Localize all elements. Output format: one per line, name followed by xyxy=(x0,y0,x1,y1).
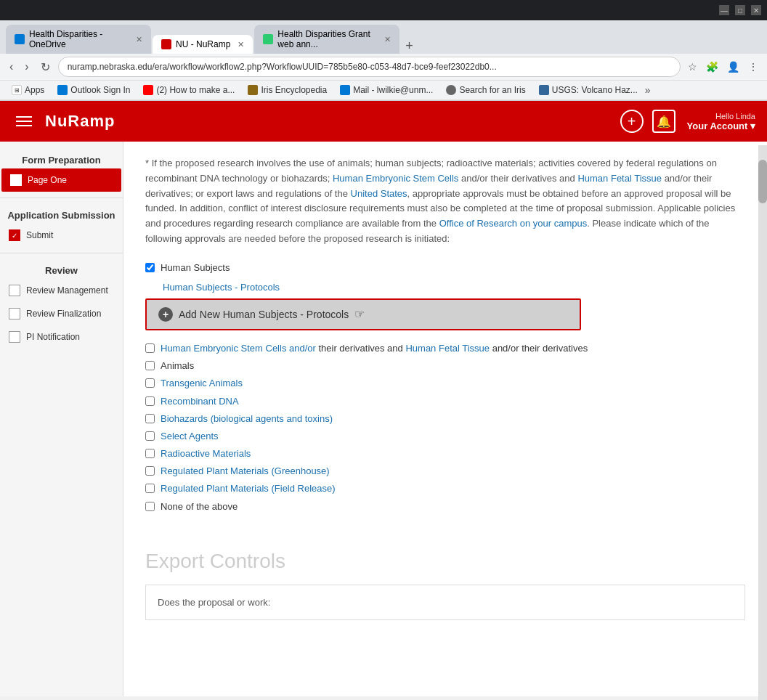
menu-button[interactable]: ⋮ xyxy=(745,60,761,74)
header-notification-button[interactable]: 🔔 xyxy=(652,110,675,133)
plant-field-cb-label: Regulated Plant Materials (Field Release… xyxy=(161,482,336,495)
iris-search-icon xyxy=(446,85,456,95)
office-of-research-link[interactable]: Office of Research on your campus xyxy=(439,218,588,229)
select-agents-cb-label: Select Agents xyxy=(161,430,219,443)
onedrive-favicon xyxy=(15,34,25,44)
content-area: * If the proposed research involves the … xyxy=(123,142,767,696)
sidebar-section-app-sub: Application Submission xyxy=(0,204,123,224)
plant-field-link[interactable]: Regulated Plant Materials (Field Release… xyxy=(161,483,336,494)
bookmark-search[interactable]: Search for an Iris xyxy=(440,83,531,97)
outlook-icon xyxy=(57,85,68,95)
bookmark-mail-label: Mail - lwilkie@unm... xyxy=(353,85,433,95)
hamburger-line-2 xyxy=(16,121,32,122)
bookmark-mail[interactable]: Mail - lwilkie@unm... xyxy=(334,83,439,97)
animals-checkbox[interactable] xyxy=(145,361,155,370)
bookmark-iris[interactable]: Iris Encyclopedia xyxy=(242,83,333,97)
address-input[interactable] xyxy=(58,57,681,77)
forward-button[interactable]: › xyxy=(21,59,32,75)
bookmark-outlook[interactable]: Outlook Sign In xyxy=(52,83,136,97)
none-cb-label: None of the above xyxy=(161,500,238,513)
plant-greenhouse-cb-label: Regulated Plant Materials (Greenhouse) xyxy=(161,465,330,478)
profile-button[interactable]: 👤 xyxy=(724,60,742,74)
header-account[interactable]: Hello Linda Your Account ▾ xyxy=(687,112,755,131)
plant-field-checkbox[interactable] xyxy=(145,484,155,493)
human-subjects-checkbox[interactable] xyxy=(145,263,155,272)
fetal-tissue-cb-link[interactable]: Human Fetal Tissue xyxy=(405,343,490,354)
iris-icon xyxy=(248,85,258,95)
tab-nuramp[interactable]: NU - NuRamp ✕ xyxy=(153,35,253,54)
transgenic-link[interactable]: Transgenic Animals xyxy=(161,378,243,388)
none-checkbox[interactable] xyxy=(145,502,155,511)
sidebar-divider-2 xyxy=(0,253,123,253)
stem-cells-cb-link[interactable]: Human Embryonic Stem Cells and/or xyxy=(161,343,316,354)
bookmark-search-label: Search for an Iris xyxy=(459,85,525,95)
tab-health-close[interactable]: ✕ xyxy=(384,35,391,44)
checkbox-row-animals: Animals xyxy=(145,359,745,373)
sidebar-item-page-one[interactable]: ✓ Page One xyxy=(1,168,121,192)
sidebar-section-form-prep: Form Preparation xyxy=(0,149,123,168)
sidebar-item-submit[interactable]: ✓ Submit xyxy=(0,224,123,247)
tab-nuramp-close[interactable]: ✕ xyxy=(238,40,244,49)
sidebar-review-mgmt-label: Review Management xyxy=(26,285,108,296)
radioactive-cb-label: Radioactive Materials xyxy=(161,447,251,460)
checkbox-row-stem-cells: Human Embryonic Stem Cells and/or their … xyxy=(145,342,745,355)
back-button[interactable]: ‹ xyxy=(6,59,17,75)
sidebar-divider-1 xyxy=(0,198,123,198)
bookmarks-bar: ⊞ Apps Outlook Sign In (2) How to make a… xyxy=(0,81,767,100)
close-button[interactable]: ✕ xyxy=(751,5,761,15)
fetal-tissue-link[interactable]: Human Fetal Tissue xyxy=(577,173,662,184)
export-controls-sub: Does the proposal or work: xyxy=(158,597,733,608)
add-new-btn-label: Add New Human Subjects - Protocols xyxy=(179,309,349,320)
export-controls-section: Export Controls Does the proposal or wor… xyxy=(145,550,745,620)
minimize-button[interactable]: — xyxy=(719,5,729,15)
checkbox-row-plant-greenhouse: Regulated Plant Materials (Greenhouse) xyxy=(145,465,745,478)
scrollbar[interactable] xyxy=(758,145,767,696)
select-agents-link[interactable]: Select Agents xyxy=(161,431,219,441)
recombinant-checkbox[interactable] xyxy=(145,396,155,406)
radioactive-checkbox[interactable] xyxy=(145,449,155,458)
hamburger-menu-button[interactable] xyxy=(12,112,36,131)
bookmark-star-button[interactable]: ☆ xyxy=(685,60,700,74)
plant-greenhouse-checkbox[interactable] xyxy=(145,466,155,476)
biohazards-link[interactable]: Biohazards (biological agents and toxins… xyxy=(161,413,333,424)
bookmark-apps[interactable]: ⊞ Apps xyxy=(6,83,50,97)
header-add-button[interactable]: + xyxy=(620,110,644,133)
transgenic-checkbox[interactable] xyxy=(145,378,155,388)
usgs-icon xyxy=(539,85,549,95)
new-tab-button[interactable]: + xyxy=(401,38,418,54)
bookmark-youtube-label: (2) How to make a... xyxy=(156,85,235,95)
sidebar-review-final-label: Review Finalization xyxy=(26,309,101,319)
youtube-icon xyxy=(143,85,153,95)
bookmarks-more-button[interactable]: » xyxy=(645,84,651,96)
health-favicon xyxy=(263,34,273,44)
tab-health[interactable]: Health Disparities Grant web ann... ✕ xyxy=(254,25,399,54)
address-bar: ‹ › ↻ ☆ 🧩 👤 ⋮ xyxy=(0,54,767,81)
bookmark-iris-label: Iris Encyclopedia xyxy=(261,85,327,95)
united-states-link[interactable]: United States xyxy=(351,188,407,199)
maximize-button[interactable]: □ xyxy=(735,5,745,15)
sidebar-item-review-final[interactable]: Review Finalization xyxy=(0,302,123,325)
bookmark-youtube[interactable]: (2) How to make a... xyxy=(137,83,240,97)
tab-onedrive-close[interactable]: ✕ xyxy=(136,35,142,44)
biohazards-checkbox[interactable] xyxy=(145,414,155,423)
bookmark-outlook-label: Outlook Sign In xyxy=(70,85,130,95)
sidebar-item-pi-notification[interactable]: PI Notification xyxy=(0,325,123,349)
bookmark-usgs[interactable]: USGS: Volcano Haz... xyxy=(533,83,644,97)
app-logo: NuRamp xyxy=(45,112,115,131)
add-new-icon: + xyxy=(158,307,173,322)
scrollbar-thumb[interactable] xyxy=(758,160,767,203)
tab-onedrive-label: Health Disparities - OneDrive xyxy=(29,29,129,49)
radioactive-link[interactable]: Radioactive Materials xyxy=(161,448,251,459)
stem-cells-checkbox[interactable] xyxy=(145,343,155,353)
apps-icon: ⊞ xyxy=(12,85,22,95)
extensions-button[interactable]: 🧩 xyxy=(703,60,721,74)
reload-button[interactable]: ↻ xyxy=(37,59,54,76)
recombinant-link[interactable]: Recombinant DNA xyxy=(161,396,239,407)
plant-greenhouse-link[interactable]: Regulated Plant Materials (Greenhouse) xyxy=(161,465,330,476)
select-agents-checkbox[interactable] xyxy=(145,431,155,441)
add-new-protocols-button[interactable]: + Add New Human Subjects - Protocols ☞ xyxy=(145,298,581,330)
tab-onedrive[interactable]: Health Disparities - OneDrive ✕ xyxy=(6,25,151,54)
checkbox-row-plant-field: Regulated Plant Materials (Field Release… xyxy=(145,482,745,495)
stem-cells-link[interactable]: Human Embryonic Stem Cells xyxy=(333,173,458,184)
sidebar-item-review-mgmt[interactable]: Review Management xyxy=(0,279,123,302)
